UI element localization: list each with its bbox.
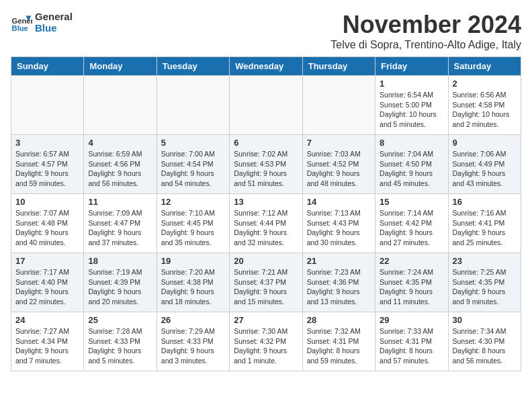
day-info: Sunrise: 7:13 AM Sunset: 4:43 PM Dayligh…: [307, 208, 371, 248]
calendar-week-row: 10Sunrise: 7:07 AM Sunset: 4:48 PM Dayli…: [11, 194, 521, 253]
day-number: 4: [88, 138, 152, 148]
calendar-cell: [157, 76, 229, 135]
calendar-cell: 5Sunrise: 7:00 AM Sunset: 4:54 PM Daylig…: [157, 135, 229, 194]
day-info: Sunrise: 7:19 AM Sunset: 4:39 PM Dayligh…: [88, 267, 152, 307]
calendar-cell: 18Sunrise: 7:19 AM Sunset: 4:39 PM Dayli…: [84, 253, 157, 312]
day-number: 2: [453, 79, 517, 89]
day-info: Sunrise: 7:10 AM Sunset: 4:45 PM Dayligh…: [161, 208, 225, 248]
calendar-week-row: 17Sunrise: 7:17 AM Sunset: 4:40 PM Dayli…: [11, 253, 521, 312]
day-info: Sunrise: 7:00 AM Sunset: 4:54 PM Dayligh…: [161, 149, 225, 189]
day-number: 27: [234, 315, 298, 325]
calendar-cell: 29Sunrise: 7:33 AM Sunset: 4:31 PM Dayli…: [375, 312, 448, 371]
weekday-header-row: SundayMondayTuesdayWednesdayThursdayFrid…: [11, 57, 521, 76]
day-info: Sunrise: 7:33 AM Sunset: 4:31 PM Dayligh…: [380, 326, 443, 366]
day-info: Sunrise: 7:32 AM Sunset: 4:31 PM Dayligh…: [307, 326, 371, 366]
day-info: Sunrise: 7:29 AM Sunset: 4:33 PM Dayligh…: [161, 326, 225, 366]
calendar-cell: 8Sunrise: 7:04 AM Sunset: 4:50 PM Daylig…: [375, 135, 448, 194]
day-info: Sunrise: 7:09 AM Sunset: 4:47 PM Dayligh…: [88, 208, 152, 248]
calendar-cell: 16Sunrise: 7:16 AM Sunset: 4:41 PM Dayli…: [448, 194, 521, 253]
day-number: 28: [307, 315, 371, 325]
calendar-cell: 14Sunrise: 7:13 AM Sunset: 4:43 PM Dayli…: [302, 194, 375, 253]
calendar-cell: 17Sunrise: 7:17 AM Sunset: 4:40 PM Dayli…: [11, 253, 84, 312]
day-number: 18: [88, 256, 152, 266]
header: General Blue General Blue November 2024 …: [11, 11, 521, 51]
calendar-cell: 30Sunrise: 7:34 AM Sunset: 4:30 PM Dayli…: [448, 312, 521, 371]
weekday-header: Tuesday: [157, 57, 229, 76]
day-info: Sunrise: 7:07 AM Sunset: 4:48 PM Dayligh…: [15, 208, 79, 248]
day-info: Sunrise: 7:17 AM Sunset: 4:40 PM Dayligh…: [15, 267, 79, 307]
calendar-cell: [302, 76, 375, 135]
day-info: Sunrise: 7:12 AM Sunset: 4:44 PM Dayligh…: [234, 208, 298, 248]
day-number: 21: [307, 256, 371, 266]
calendar-cell: 21Sunrise: 7:23 AM Sunset: 4:36 PM Dayli…: [302, 253, 375, 312]
logo-line1: General: [35, 11, 73, 22]
calendar-cell: [84, 76, 157, 135]
calendar-cell: 13Sunrise: 7:12 AM Sunset: 4:44 PM Dayli…: [230, 194, 302, 253]
day-number: 24: [15, 315, 79, 325]
calendar-cell: 7Sunrise: 7:03 AM Sunset: 4:52 PM Daylig…: [302, 135, 375, 194]
day-number: 17: [15, 256, 79, 266]
calendar-cell: 10Sunrise: 7:07 AM Sunset: 4:48 PM Dayli…: [11, 194, 84, 253]
day-number: 26: [161, 315, 225, 325]
day-info: Sunrise: 7:04 AM Sunset: 4:50 PM Dayligh…: [380, 149, 443, 189]
calendar-cell: 24Sunrise: 7:27 AM Sunset: 4:34 PM Dayli…: [11, 312, 84, 371]
day-info: Sunrise: 6:54 AM Sunset: 5:00 PM Dayligh…: [380, 90, 443, 130]
day-info: Sunrise: 7:23 AM Sunset: 4:36 PM Dayligh…: [307, 267, 371, 307]
day-number: 29: [380, 315, 443, 325]
day-info: Sunrise: 7:14 AM Sunset: 4:42 PM Dayligh…: [380, 208, 443, 248]
day-number: 20: [234, 256, 298, 266]
weekday-header: Friday: [375, 57, 448, 76]
logo: General Blue General Blue: [11, 11, 73, 34]
day-number: 6: [234, 138, 298, 148]
calendar-week-row: 3Sunrise: 6:57 AM Sunset: 4:57 PM Daylig…: [11, 135, 521, 194]
calendar-cell: 23Sunrise: 7:25 AM Sunset: 4:35 PM Dayli…: [448, 253, 521, 312]
day-info: Sunrise: 7:25 AM Sunset: 4:35 PM Dayligh…: [453, 267, 517, 307]
day-info: Sunrise: 7:03 AM Sunset: 4:52 PM Dayligh…: [307, 149, 371, 189]
day-info: Sunrise: 7:06 AM Sunset: 4:49 PM Dayligh…: [453, 149, 517, 189]
day-number: 1: [380, 79, 443, 89]
weekday-header: Thursday: [302, 57, 375, 76]
day-info: Sunrise: 6:57 AM Sunset: 4:57 PM Dayligh…: [15, 149, 79, 189]
day-number: 11: [88, 197, 152, 207]
day-number: 8: [380, 138, 443, 148]
day-info: Sunrise: 7:24 AM Sunset: 4:35 PM Dayligh…: [380, 267, 443, 307]
weekday-header: Sunday: [11, 57, 84, 76]
calendar-cell: 20Sunrise: 7:21 AM Sunset: 4:37 PM Dayli…: [230, 253, 302, 312]
calendar-cell: 26Sunrise: 7:29 AM Sunset: 4:33 PM Dayli…: [157, 312, 229, 371]
calendar-cell: 28Sunrise: 7:32 AM Sunset: 4:31 PM Dayli…: [302, 312, 375, 371]
calendar-cell: 15Sunrise: 7:14 AM Sunset: 4:42 PM Dayli…: [375, 194, 448, 253]
calendar-week-row: 1Sunrise: 6:54 AM Sunset: 5:00 PM Daylig…: [11, 76, 521, 135]
calendar-cell: 22Sunrise: 7:24 AM Sunset: 4:35 PM Dayli…: [375, 253, 448, 312]
calendar-cell: 4Sunrise: 6:59 AM Sunset: 4:56 PM Daylig…: [84, 135, 157, 194]
day-info: Sunrise: 7:20 AM Sunset: 4:38 PM Dayligh…: [161, 267, 225, 307]
calendar-cell: 6Sunrise: 7:02 AM Sunset: 4:53 PM Daylig…: [230, 135, 302, 194]
month-title: November 2024: [330, 11, 521, 39]
day-number: 30: [453, 315, 517, 325]
day-info: Sunrise: 6:59 AM Sunset: 4:56 PM Dayligh…: [88, 149, 152, 189]
day-number: 5: [161, 138, 225, 148]
calendar-cell: 3Sunrise: 6:57 AM Sunset: 4:57 PM Daylig…: [11, 135, 84, 194]
location-subtitle: Telve di Sopra, Trentino-Alto Adige, Ita…: [330, 39, 521, 51]
calendar-cell: [11, 76, 84, 135]
day-number: 3: [15, 138, 79, 148]
day-number: 25: [88, 315, 152, 325]
day-number: 9: [453, 138, 517, 148]
day-number: 15: [380, 197, 443, 207]
day-number: 12: [161, 197, 225, 207]
logo-line2: Blue: [35, 22, 73, 34]
day-info: Sunrise: 7:34 AM Sunset: 4:30 PM Dayligh…: [453, 326, 517, 366]
day-info: Sunrise: 7:16 AM Sunset: 4:41 PM Dayligh…: [453, 208, 517, 248]
day-number: 7: [307, 138, 371, 148]
calendar-week-row: 24Sunrise: 7:27 AM Sunset: 4:34 PM Dayli…: [11, 312, 521, 371]
day-number: 10: [15, 197, 79, 207]
day-number: 13: [234, 197, 298, 207]
calendar-cell: 19Sunrise: 7:20 AM Sunset: 4:38 PM Dayli…: [157, 253, 229, 312]
day-info: Sunrise: 7:28 AM Sunset: 4:33 PM Dayligh…: [88, 326, 152, 366]
day-info: Sunrise: 7:27 AM Sunset: 4:34 PM Dayligh…: [15, 326, 79, 366]
calendar-cell: 9Sunrise: 7:06 AM Sunset: 4:49 PM Daylig…: [448, 135, 521, 194]
title-area: November 2024 Telve di Sopra, Trentino-A…: [330, 11, 521, 51]
day-info: Sunrise: 7:21 AM Sunset: 4:37 PM Dayligh…: [234, 267, 298, 307]
calendar-cell: 2Sunrise: 6:56 AM Sunset: 4:58 PM Daylig…: [448, 76, 521, 135]
day-info: Sunrise: 6:56 AM Sunset: 4:58 PM Dayligh…: [453, 90, 517, 130]
weekday-header: Monday: [84, 57, 157, 76]
